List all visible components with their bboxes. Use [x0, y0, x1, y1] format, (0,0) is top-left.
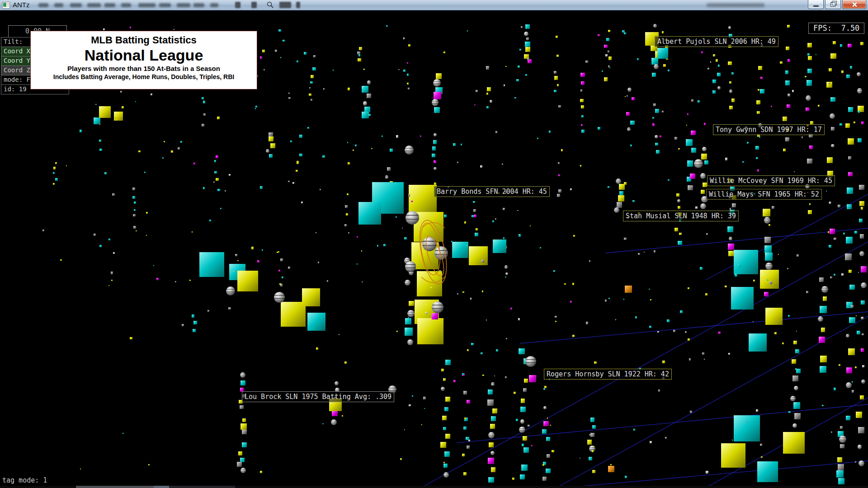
scene-node[interactable]	[213, 182, 215, 183]
scene-node[interactable]	[604, 45, 607, 48]
scene-node[interactable]	[434, 92, 441, 99]
scene-node[interactable]	[819, 277, 824, 282]
scene-node[interactable]	[592, 450, 594, 452]
scene-node[interactable]	[490, 100, 492, 103]
scene-node[interactable]	[146, 235, 147, 236]
scene-node[interactable]	[598, 127, 600, 130]
scene-node[interactable]	[564, 283, 566, 285]
scene-node[interactable]	[717, 73, 721, 76]
scene-node[interactable]	[753, 280, 755, 282]
scene-node[interactable]	[476, 90, 478, 92]
scene-node[interactable]	[861, 122, 864, 124]
scene-node[interactable]	[552, 450, 554, 453]
scene-node[interactable]	[760, 270, 779, 289]
scene-node[interactable]	[457, 162, 458, 163]
scene-node[interactable]	[269, 154, 273, 158]
scene-node[interactable]	[830, 97, 835, 102]
scene-node[interactable]	[549, 131, 551, 133]
scene-node[interactable]	[616, 178, 621, 184]
scene-node[interactable]	[819, 337, 825, 343]
scene-node[interactable]	[712, 80, 716, 83]
scene-node[interactable]	[464, 418, 466, 419]
scene-node[interactable]	[525, 24, 530, 29]
scene-node[interactable]	[678, 206, 680, 208]
scene-node[interactable]	[557, 55, 559, 57]
scene-node[interactable]	[311, 99, 312, 101]
scene-node[interactable]	[355, 145, 357, 146]
scene-node[interactable]	[55, 178, 58, 181]
scene-node[interactable]	[849, 317, 855, 324]
scene-node[interactable]	[625, 476, 627, 479]
scene-node[interactable]	[434, 160, 436, 163]
scene-node[interactable]	[691, 99, 693, 102]
scene-node[interactable]	[846, 237, 853, 244]
scene-node[interactable]	[408, 88, 410, 89]
scene-node[interactable]	[694, 159, 703, 168]
scene-node[interactable]	[270, 143, 275, 148]
scene-node[interactable]	[656, 150, 660, 154]
scene-node[interactable]	[278, 270, 280, 272]
scene-node[interactable]	[225, 190, 226, 192]
scene-node[interactable]	[503, 208, 505, 210]
scene-node[interactable]	[840, 123, 842, 126]
scene-node[interactable]	[490, 424, 495, 429]
scene-node[interactable]	[554, 76, 558, 80]
scene-node[interactable]	[705, 293, 708, 296]
scene-node[interactable]	[316, 232, 317, 234]
scene-node[interactable]	[209, 220, 211, 221]
scene-node[interactable]	[606, 38, 609, 41]
scene-node[interactable]	[625, 286, 632, 293]
scene-node[interactable]	[409, 404, 411, 407]
scene-node[interactable]	[180, 141, 183, 143]
scene-node[interactable]	[442, 416, 447, 420]
scene-node[interactable]	[685, 331, 687, 333]
scene-node[interactable]	[164, 141, 165, 142]
scene-node[interactable]	[686, 139, 693, 146]
scene-node[interactable]	[407, 310, 415, 318]
scene-node[interactable]	[278, 251, 279, 253]
scene-node[interactable]	[638, 253, 640, 255]
scene-node[interactable]	[441, 387, 445, 391]
scene-node[interactable]	[783, 117, 787, 121]
scene-node[interactable]	[396, 216, 397, 218]
toolbar-icon[interactable]	[296, 2, 300, 8]
scene-node[interactable]	[553, 270, 555, 272]
scene-node[interactable]	[99, 106, 111, 118]
scene-node[interactable]	[523, 388, 527, 392]
scene-node[interactable]	[580, 73, 585, 77]
scene-node[interactable]	[424, 408, 425, 409]
scene-node[interactable]	[520, 407, 526, 413]
scene-node[interactable]	[554, 71, 557, 74]
scene-node[interactable]	[241, 468, 246, 473]
scene-node[interactable]	[472, 215, 474, 217]
scene-node[interactable]	[277, 252, 278, 253]
scene-node[interactable]	[761, 456, 763, 458]
scene-node[interactable]	[831, 432, 832, 433]
scene-node[interactable]	[488, 458, 494, 464]
scene-node[interactable]	[807, 159, 812, 164]
scene-node[interactable]	[99, 149, 102, 151]
scene-node[interactable]	[519, 234, 521, 236]
scene-node[interactable]	[475, 233, 478, 236]
scene-node[interactable]	[94, 234, 96, 236]
scene-node[interactable]	[216, 178, 219, 181]
scene-node[interactable]	[386, 25, 387, 27]
scene-node[interactable]	[627, 95, 627, 96]
scene-node[interactable]	[486, 93, 489, 95]
scene-node[interactable]	[434, 167, 437, 170]
scene-node[interactable]	[525, 74, 527, 76]
scene-node[interactable]	[651, 58, 658, 65]
scene-node[interactable]	[530, 225, 531, 226]
scene-node[interactable]	[322, 423, 324, 425]
scene-node[interactable]	[701, 154, 707, 160]
scene-node[interactable]	[829, 83, 830, 84]
scene-node[interactable]	[468, 440, 470, 441]
scene-node[interactable]	[226, 286, 235, 296]
scene-node[interactable]	[251, 247, 254, 249]
scene-node[interactable]	[859, 185, 864, 190]
scene-node[interactable]	[363, 69, 365, 70]
scene-node[interactable]	[764, 217, 770, 223]
scene-node[interactable]	[488, 432, 495, 438]
scene-node[interactable]	[320, 189, 321, 190]
scene-node[interactable]	[840, 444, 844, 449]
